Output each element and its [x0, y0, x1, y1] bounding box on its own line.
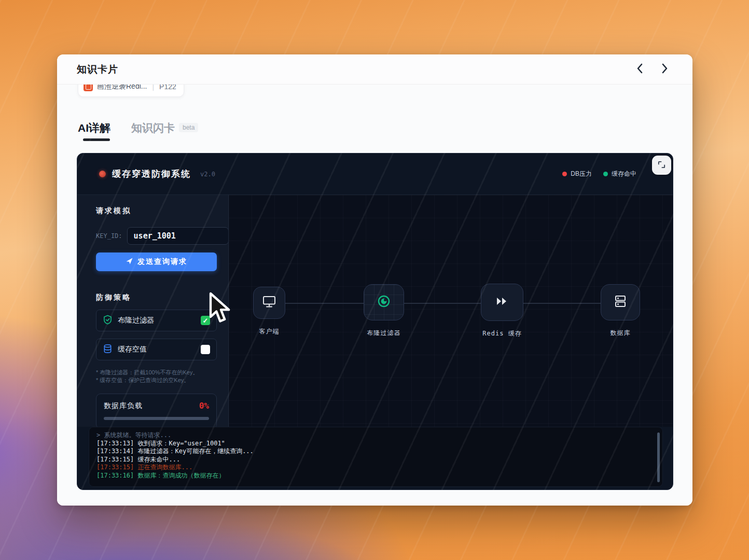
prev-card-button[interactable]: [633, 63, 646, 76]
shield-check-icon: [103, 315, 113, 327]
node-redis-cache-label: Redis 缓存: [482, 329, 521, 338]
note-cache-null: * 缓存空值：保护已查询过的空Key。: [96, 376, 220, 384]
window-header: 知识卡片: [57, 54, 692, 85]
terminal-scrollbar[interactable]: [657, 432, 660, 482]
db-load-progressbar: [104, 417, 209, 420]
window-nav: [633, 63, 671, 76]
db-load-label: 数据库负载: [104, 401, 143, 411]
status-pulse-icon: [99, 171, 106, 177]
server-icon: [613, 294, 628, 311]
node-database[interactable]: 数据库: [601, 284, 640, 338]
panel-header: 缓存穿透防御系统 v2.0 DB压力 缓存命中: [77, 153, 673, 195]
tab-ai-detail-label: AI详解: [78, 122, 110, 134]
active-tab-underline: [83, 138, 110, 141]
panel-title-group: 缓存穿透防御系统 v2.0: [99, 168, 215, 180]
chevron-right-icon: [661, 63, 668, 75]
fullscreen-button[interactable]: [652, 156, 671, 175]
db-load-card: 数据库负载 0%: [96, 394, 217, 427]
desktop-wallpaper: 知识卡片 画渣逆袭Redi... |: [0, 0, 749, 560]
tab-flashcards[interactable]: 知识闪卡beta: [131, 121, 198, 135]
beta-badge: beta: [179, 123, 198, 132]
source-chip[interactable]: 画渣逆袭Redi... | P122: [78, 85, 184, 97]
knowledge-card-window: 知识卡片 画渣逆袭Redi... |: [57, 54, 692, 506]
bloom-filter-checkbox[interactable]: ✓: [201, 316, 210, 325]
note-bloom: * 布隆过滤器：拦截100%不存在的Key。: [96, 369, 220, 376]
legend-cache-hit: 缓存命中: [603, 170, 636, 178]
cache-defense-panel: 缓存穿透防御系统 v2.0 DB压力 缓存命中: [77, 153, 673, 490]
filter-icon: [376, 293, 392, 311]
chip-page: P122: [159, 85, 176, 91]
bloom-filter-label: 布隆过滤器: [118, 316, 196, 325]
cache-null-checkbox[interactable]: [201, 345, 210, 354]
log-line: > 系统就绪。等待请求...: [96, 431, 655, 440]
tab-flashcards-label: 知识闪卡: [131, 122, 175, 134]
window-title: 知识卡片: [77, 63, 118, 76]
legend-hit-label: 缓存命中: [612, 170, 636, 178]
key-id-label: KEY_ID:: [96, 232, 122, 240]
log-line: [17:33:13] 收到请求：Key="user_1001": [96, 440, 655, 448]
terminal-log[interactable]: > 系统就绪。等待请求... [17:33:13] 收到请求：Key="user…: [89, 427, 663, 487]
flow-diagram: 客户端: [229, 195, 673, 427]
db-load-value: 0%: [199, 401, 209, 411]
next-card-button[interactable]: [658, 63, 671, 76]
log-line: [17:33:15] 正在查询数据库...: [96, 464, 655, 472]
chevron-left-icon: [636, 63, 643, 75]
panel-title: 缓存穿透防御系统: [112, 168, 191, 180]
chip-label: 画渣逆袭Redi...: [97, 85, 147, 91]
send-query-button[interactable]: 发送查询请求: [96, 253, 217, 271]
strategy-cache-null[interactable]: 缓存空值: [96, 339, 217, 360]
legend-db-label: DB压力: [571, 170, 592, 178]
request-sim-heading: 请求模拟: [96, 206, 228, 216]
control-sidebar: 请求模拟 KEY_ID: 发送查询请求 防御策略: [77, 195, 229, 427]
log-line: [17:33:14] 布隆过滤器：Key可能存在，继续查询...: [96, 447, 655, 456]
chip-separator: |: [152, 85, 154, 91]
send-icon: [126, 257, 133, 267]
legend-db-pressure: DB压力: [562, 170, 592, 178]
flow-connector-line: [269, 303, 620, 304]
cache-null-label: 缓存空值: [118, 345, 196, 354]
node-client[interactable]: 客户端: [253, 287, 285, 336]
node-database-label: 数据库: [611, 329, 631, 338]
book-icon: [84, 85, 93, 91]
strategy-notes: * 布隆过滤器：拦截100%不存在的Key。 * 缓存空值：保护已查询过的空Ke…: [96, 369, 220, 384]
key-id-row: KEY_ID:: [96, 227, 228, 245]
window-content: 画渣逆袭Redi... | P122 AI详解 知识闪卡beta: [57, 85, 692, 506]
node-client-label: 客户端: [259, 327, 280, 336]
strategy-bloom-filter[interactable]: 布隆过滤器 ✓: [96, 310, 217, 331]
log-line: [17:33:15] 缓存未命中...: [96, 456, 655, 464]
legend: DB压力 缓存命中: [562, 170, 636, 178]
panel-body: 请求模拟 KEY_ID: 发送查询请求 防御策略: [77, 195, 673, 427]
tab-bar: AI详解 知识闪卡beta: [78, 121, 198, 135]
node-bloom-filter[interactable]: 布隆过滤器: [364, 284, 404, 338]
database-icon: [103, 344, 113, 356]
key-id-input[interactable]: [127, 227, 229, 245]
tab-ai-detail[interactable]: AI详解: [78, 121, 110, 135]
green-dot-icon: [603, 172, 608, 176]
node-redis-cache[interactable]: Redis 缓存: [481, 284, 523, 338]
panel-version: v2.0: [200, 171, 215, 178]
fast-forward-icon: [495, 296, 509, 309]
expand-icon: [657, 160, 666, 171]
send-query-label: 发送查询请求: [137, 257, 187, 267]
log-line: [17:33:16] 数据库：查询成功（数据存在）: [96, 472, 655, 480]
node-bloom-filter-label: 布隆过滤器: [367, 329, 401, 338]
red-dot-icon: [562, 172, 567, 176]
defense-strategy-heading: 防御策略: [96, 293, 228, 302]
monitor-icon: [262, 295, 276, 311]
